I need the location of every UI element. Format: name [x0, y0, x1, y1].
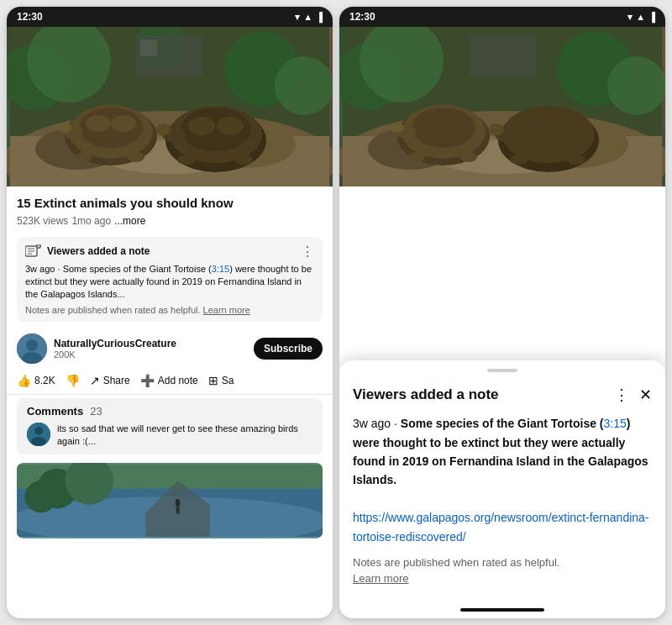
- panel-header: Viewers added a note ⋮ ✕: [339, 379, 665, 414]
- svg-point-51: [176, 500, 181, 508]
- note-menu-button[interactable]: ⋮: [301, 244, 314, 260]
- right-wifi-icon: ▾: [627, 12, 633, 23]
- save-button[interactable]: ⊞ Sa: [208, 374, 234, 387]
- save-label: Sa: [222, 375, 234, 386]
- like-button[interactable]: 👍 8.2K: [17, 374, 55, 387]
- note-footer-text: Notes are published when rated as helpfu…: [25, 305, 201, 315]
- channel-info: NaturallyCuriousCreature 200K: [54, 338, 247, 360]
- svg-point-16: [86, 115, 111, 132]
- comment-text: its so sad that we will never get to see…: [57, 423, 312, 449]
- panel-close-button[interactable]: ✕: [639, 386, 652, 404]
- left-note-box: Viewers added a note ⋮ 3w ago · Some spe…: [17, 237, 323, 322]
- panel-age: 3w ago: [353, 417, 391, 430]
- panel-footer-text: Notes are published when rated as helpfu…: [353, 556, 652, 569]
- panel-note-text: 3w ago · Some species of the Giant Torto…: [353, 414, 652, 546]
- commenter-avatar: [27, 423, 50, 446]
- svg-point-17: [111, 115, 136, 132]
- svg-point-49: [25, 481, 57, 513]
- svg-point-66: [412, 108, 475, 148]
- svg-point-26: [217, 117, 244, 135]
- svg-point-21: [128, 152, 144, 162]
- svg-point-30: [234, 155, 253, 165]
- svg-point-42: [34, 427, 43, 435]
- panel-menu-button[interactable]: ⋮: [614, 386, 629, 404]
- svg-point-68: [391, 123, 404, 133]
- like-icon: 👍: [17, 374, 31, 387]
- channel-avatar[interactable]: [17, 334, 47, 364]
- panel-handle: [487, 369, 517, 372]
- svg-point-28: [156, 123, 171, 135]
- svg-point-76: [567, 155, 585, 165]
- note-icon: [25, 244, 42, 258]
- note-footer: Notes are published when rated as helpfu…: [25, 305, 314, 315]
- note-header-left: Viewers added a note: [25, 244, 150, 258]
- left-video-info: 15 Extinct animals you should know 523K …: [7, 186, 333, 232]
- video-meta: 523K views 1mo ago ...more: [17, 215, 323, 227]
- svg-point-19: [58, 123, 71, 133]
- svg-point-70: [460, 152, 477, 162]
- share-icon: ↗: [90, 374, 100, 387]
- note-age: 3w ago: [25, 264, 55, 274]
- svg-rect-52: [176, 507, 180, 514]
- add-note-button[interactable]: ➕ Add note: [140, 374, 198, 387]
- upload-age: 1mo ago: [71, 215, 111, 227]
- comments-section[interactable]: Comments 23 its so sad that we will neve…: [17, 398, 323, 455]
- right-battery-icon: ▐: [648, 12, 655, 22]
- panel-learn-more[interactable]: Learn more: [353, 572, 652, 585]
- panel-bottom-bar: [460, 608, 544, 612]
- svg-point-62: [607, 56, 665, 115]
- channel-name[interactable]: NaturallyCuriousCreature: [54, 338, 247, 349]
- panel-link[interactable]: https://www.galapagos.org/newsroom/extin…: [353, 511, 649, 543]
- comments-label: Comments: [27, 405, 83, 418]
- comments-count: 23: [90, 405, 102, 418]
- video-title: 15 Extinct animals you should know: [17, 195, 323, 212]
- left-phone: 12:30 ▾ ▲ ▐: [7, 7, 333, 618]
- note-header: Viewers added a note ⋮: [25, 244, 314, 260]
- svg-point-29: [177, 155, 196, 165]
- channel-subs: 200K: [54, 349, 247, 360]
- right-status-icons: ▾ ▲ ▐: [627, 12, 655, 23]
- save-icon: ⊞: [208, 374, 218, 387]
- svg-point-20: [76, 152, 92, 162]
- wifi-icon: ▾: [295, 12, 300, 23]
- note-title: Viewers added a note: [47, 245, 150, 257]
- panel-content: 3w ago · Some species of the Giant Torto…: [339, 414, 665, 598]
- note-panel: Viewers added a note ⋮ ✕ 3w ago · Some s…: [339, 360, 665, 618]
- right-video-thumbnail[interactable]: [339, 27, 665, 186]
- left-video-thumbnail[interactable]: [7, 27, 333, 186]
- action-row: 👍 8.2K 👎 ↗ Share ➕ Add note ⊞ Sa: [7, 370, 333, 395]
- left-status-icons: ▾ ▲ ▐: [295, 12, 323, 23]
- dislike-button[interactable]: 👎: [66, 374, 80, 387]
- share-label: Share: [103, 375, 130, 386]
- left-time: 12:30: [17, 11, 43, 23]
- view-count: 523K views: [17, 215, 68, 227]
- svg-rect-63: [469, 35, 536, 77]
- note-timestamp[interactable]: 3:15: [212, 264, 229, 274]
- svg-point-25: [188, 117, 215, 135]
- add-note-icon: ➕: [140, 374, 155, 387]
- like-count: 8.2K: [34, 375, 55, 386]
- note-learn-more[interactable]: Learn more: [203, 305, 250, 315]
- comments-header: Comments 23: [27, 405, 312, 418]
- note-body: Some species of the Giant Tortoise (: [63, 264, 212, 274]
- right-status-bar: 12:30 ▾ ▲ ▐: [339, 7, 665, 27]
- share-button[interactable]: ↗ Share: [90, 374, 130, 387]
- channel-row: NaturallyCuriousCreature 200K Subscribe: [7, 327, 333, 370]
- battery-icon: ▐: [316, 12, 323, 22]
- svg-point-75: [510, 155, 528, 165]
- signal-icon: ▲: [303, 12, 312, 22]
- svg-point-74: [489, 123, 504, 135]
- panel-timestamp[interactable]: 3:15: [604, 417, 627, 430]
- svg-point-39: [26, 339, 38, 351]
- left-status-bar: 12:30 ▾ ▲ ▐: [7, 7, 333, 27]
- more-button[interactable]: ...more: [114, 215, 145, 227]
- dislike-icon: 👎: [66, 374, 80, 387]
- panel-header-icons: ⋮ ✕: [614, 386, 652, 404]
- bottom-thumbnail[interactable]: [17, 463, 323, 538]
- subscribe-button[interactable]: Subscribe: [254, 338, 323, 360]
- svg-point-69: [408, 152, 425, 162]
- svg-rect-12: [140, 39, 157, 56]
- right-phone: 12:30 ▾ ▲ ▐: [339, 7, 665, 618]
- right-time: 12:30: [349, 11, 375, 23]
- note-text: 3w ago · Some species of the Giant Torto…: [25, 263, 314, 302]
